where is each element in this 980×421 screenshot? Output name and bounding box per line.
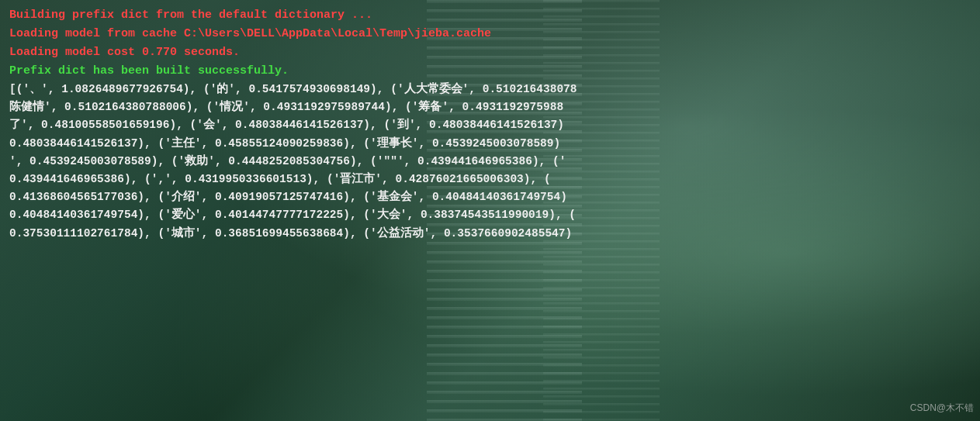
terminal-line-9: ', 0.4539245003078589), ('救助', 0.4448252…	[9, 153, 971, 171]
terminal-line-1: Building prefix dict from the default di…	[9, 6, 971, 25]
terminal-line-4: Prefix dict has been built successfully.	[9, 62, 971, 81]
terminal-line-13: 0.37530111102761784), ('城市', 0.368516994…	[9, 225, 971, 243]
terminal-line-12: 0.40484140361749754), ('爱心', 0.401447477…	[9, 206, 971, 224]
watermark: CSDN@木不错	[910, 402, 974, 415]
terminal-line-5: [('、', 1.0826489677926754), ('的', 0.5417…	[9, 81, 971, 98]
terminal-line-8: 0.48038446141526137), ('主任', 0.458551240…	[9, 135, 971, 153]
terminal-line-11: 0.41368604565177036), ('介绍', 0.409190571…	[9, 188, 971, 206]
terminal-line-3: Loading model cost 0.770 seconds.	[9, 43, 971, 62]
terminal-line-2: Loading model from cache C:\Users\DELL\A…	[9, 25, 971, 43]
terminal-line-6: 陈健情', 0.5102164380788006), ('情况', 0.4931…	[9, 98, 971, 116]
terminal-content: Building prefix dict from the default di…	[0, 0, 980, 249]
terminal-line-10: 0.439441646965386), (',', 0.431995033660…	[9, 171, 971, 188]
terminal-line-7: 了', 0.48100558501659196), ('会', 0.480384…	[9, 116, 971, 134]
